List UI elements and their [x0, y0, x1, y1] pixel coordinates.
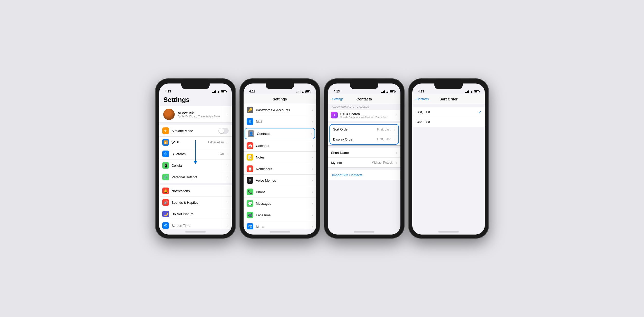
phone-3: 4:13 ▲ ‹ Settings Contacts [324, 79, 404, 238]
bluetooth-value: On [220, 152, 224, 156]
battery-fill-1 [221, 91, 224, 92]
cellular-chevron: › [227, 163, 229, 167]
signal-2 [297, 90, 300, 93]
facetime-icon: 📹 [247, 212, 253, 218]
voicememos-row[interactable]: 🎙 Voice Memos › [244, 175, 316, 186]
group1-wrapper: ✈ Airplane Mode 📶 Wi-Fi Edgar Allan › 🔷 [159, 125, 232, 185]
hotspot-icon: 🔗 [162, 174, 169, 180]
maps-icon: 🗺 [247, 223, 253, 229]
back-chevron-4: ‹ [415, 97, 416, 101]
bar4 [215, 90, 216, 93]
airplane-toggle[interactable] [218, 128, 229, 134]
bar3 [214, 91, 215, 93]
phone-screen-1: 4:13 ▲ Settings [159, 83, 232, 235]
short-name-chevron: › [396, 151, 397, 155]
facetime-row[interactable]: 📹 FaceTime › [244, 209, 316, 221]
short-name-label: Short Name [331, 151, 393, 155]
user-profile-row[interactable]: M Potuck Apple ID, iCloud, iTunes & App … [159, 106, 232, 123]
messages-label: Messages [256, 202, 309, 206]
sounds-chevron: › [227, 200, 229, 204]
phone-screen-4: 4:13 ▲ ‹ Contacts Sort Order [412, 83, 485, 235]
maps-row[interactable]: 🗺 Maps › [244, 221, 316, 229]
short-name-row[interactable]: Short Name › [328, 148, 400, 158]
airplane-mode-label: Airplane Mode [172, 129, 216, 133]
notes-row[interactable]: 📝 Notes › [244, 152, 316, 163]
bluetooth-icon: 🔷 [162, 151, 169, 157]
voicememos-label: Voice Memos [256, 179, 309, 182]
mail-icon: ✉ [247, 118, 253, 125]
battery-4 [474, 90, 479, 93]
signal-bars-1 [212, 90, 216, 93]
screen-content-4: First, Last ✓ Last, First [412, 104, 485, 229]
sounds-icon: 🔊 [162, 199, 169, 206]
last-first-row[interactable]: Last, First [412, 117, 485, 127]
contacts-icon: 👤 [248, 130, 254, 137]
siri-group: ✦ Siri & Search Search, Suggestions & Sh… [328, 109, 400, 121]
name-group: Short Name › My Info Michael Potuck › [328, 148, 400, 168]
hotspot-row[interactable]: 🔗 Personal Hotspot › [159, 171, 232, 183]
phone-1: 4:13 ▲ Settings [156, 79, 235, 238]
order-group: Sort Order First, Last › Display Order F… [328, 123, 400, 146]
wifi-icon-2: ▲ [301, 90, 304, 93]
my-info-value: Michael Potuck [372, 161, 392, 164]
signal-4 [465, 90, 469, 93]
back-button-3[interactable]: ‹ Settings [330, 97, 343, 101]
screentime-row[interactable]: ⏱ Screen Time › [159, 220, 232, 229]
siri-title: Siri & Search [340, 112, 393, 116]
airplane-mode-row[interactable]: ✈ Airplane Mode [159, 125, 232, 137]
reminders-icon: 📋 [247, 165, 253, 172]
my-info-row[interactable]: My Info Michael Potuck › [328, 158, 400, 167]
first-last-row[interactable]: First, Last ✓ [412, 107, 485, 117]
mail-row[interactable]: ✉ Mail › [244, 116, 316, 127]
passwords-row[interactable]: 🔑 Passwords & Accounts › [244, 104, 316, 116]
sort-order-row[interactable]: Sort Order First, Last › [330, 125, 398, 134]
siri-sub: Search, Suggestions & Shortcuts, Find in… [340, 116, 393, 118]
import-sim-label[interactable]: Import SIM Contacts [332, 173, 362, 177]
user-sub: Apple ID, iCloud, iTunes & App Store [178, 115, 223, 118]
order-blue-box: Sort Order First, Last › Display Order F… [329, 124, 399, 145]
user-info: M Potuck Apple ID, iCloud, iTunes & App … [178, 111, 223, 118]
back-button-4[interactable]: ‹ Contacts [415, 97, 429, 101]
display-order-row[interactable]: Display Order First, Last › [330, 134, 398, 144]
notifications-label: Notifications [172, 189, 225, 193]
siri-row[interactable]: ✦ Siri & Search Search, Suggestions & Sh… [328, 109, 400, 121]
status-icons-3: ▲ [381, 90, 395, 93]
notch-1 [181, 83, 210, 89]
arrow-line [195, 140, 196, 161]
cellular-icon: 📱 [162, 162, 169, 169]
notifications-icon: 🔔 [162, 188, 169, 194]
notifications-row[interactable]: 🔔 Notifications › [159, 185, 232, 197]
time-3: 4:13 [334, 90, 340, 93]
maps-label: Maps [256, 225, 309, 229]
contacts-row[interactable]: 👤 Contacts › [245, 128, 315, 139]
nav-bar-4: ‹ Contacts Sort Order [412, 94, 485, 104]
status-icons-2: ▲ [297, 90, 310, 93]
sounds-label: Sounds & Haptics [172, 201, 225, 204]
calendar-row[interactable]: 📅 Calendar › [244, 140, 316, 152]
display-order-value: First, Last [377, 137, 391, 141]
messages-row[interactable]: 💬 Messages › [244, 198, 316, 209]
display-order-label: Display Order [333, 137, 374, 141]
phone-2: 4:13 ▲ Settings 🔑 [240, 79, 320, 238]
back-label-4: Contacts [417, 97, 429, 101]
wifi-icon-3: ▲ [386, 90, 389, 93]
reminders-row[interactable]: 📋 Reminders › [244, 163, 316, 175]
status-icons-4: ▲ [465, 90, 479, 93]
home-indicator-2 [244, 229, 316, 235]
phone-row[interactable]: 📞 Phone › [244, 186, 316, 198]
siri-chevron: › [396, 113, 397, 117]
home-indicator-1 [159, 229, 232, 235]
settings-group-phone2: 🔑 Passwords & Accounts › ✉ Mail › 👤 Cont… [244, 104, 316, 229]
phone-screen-3: 4:13 ▲ ‹ Settings Contacts [328, 83, 400, 235]
screen-content-3: ALLOW CONTACTS TO ACCESS ✦ Siri & Search… [328, 104, 400, 229]
my-info-label: My Info [331, 161, 369, 165]
sounds-row[interactable]: 🔊 Sounds & Haptics › [159, 197, 232, 208]
battery-1 [221, 90, 226, 93]
time-1: 4:13 [165, 90, 171, 93]
notch-3 [350, 83, 378, 89]
bluetooth-chevron: › [227, 152, 229, 156]
wifi-value: Edgar Allan [208, 141, 224, 144]
back-chevron-3: ‹ [330, 97, 332, 101]
home-indicator-3 [328, 229, 400, 235]
dnd-row[interactable]: 🌙 Do Not Disturb › [159, 208, 232, 220]
